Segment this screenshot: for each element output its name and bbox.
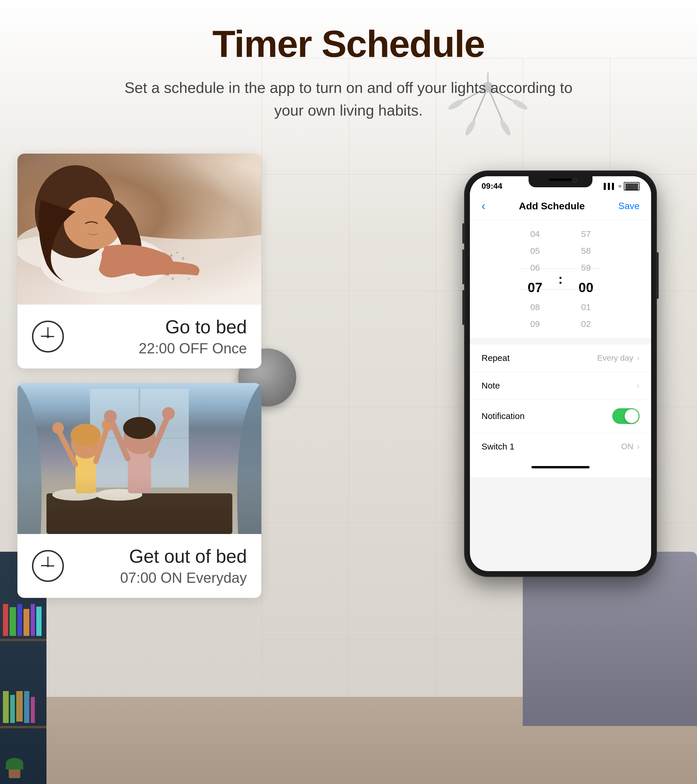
hour-09: 09 — [515, 316, 555, 333]
toggle-knob — [624, 409, 639, 423]
wifi-icon: ≈ — [618, 183, 621, 189]
min-57: 57 — [566, 226, 606, 242]
hour-04: 04 — [515, 226, 555, 242]
svg-point-44 — [104, 410, 117, 423]
right-side: 09:44 ▌▌▌ ≈ ▓▓▓ ‹ Add Schedule Save — [267, 142, 680, 723]
repeat-value-text: Every day — [597, 353, 633, 363]
svg-point-17 — [188, 278, 189, 280]
svg-point-12 — [181, 257, 185, 260]
sleep-photo — [17, 153, 261, 305]
content-area: Go to bed 22:00 OFF Once — [0, 142, 697, 723]
phone-notch — [529, 176, 592, 187]
save-button[interactable]: Save — [618, 201, 639, 211]
switch1-row[interactable]: Switch 1 ON › — [470, 433, 651, 460]
repeat-label: Repeat — [481, 353, 510, 363]
svg-point-36 — [71, 424, 101, 447]
time-picker[interactable]: 04 05 06 07 08 09 : 57 — [470, 220, 651, 339]
repeat-value: Every day › — [597, 353, 639, 363]
nav-title: Add Schedule — [519, 200, 585, 212]
phone-outer: 09:44 ▌▌▌ ≈ ▓▓▓ ‹ Add Schedule Save — [465, 171, 656, 576]
phone-volume-up-button[interactable] — [462, 249, 465, 284]
status-icons: ▌▌▌ ≈ ▓▓▓ — [604, 182, 639, 191]
phone-volume-down-button[interactable] — [462, 290, 465, 325]
svg-point-10 — [170, 254, 173, 257]
svg-point-31 — [96, 489, 142, 501]
sleep-clock-icon — [32, 321, 64, 352]
morning-photo — [17, 383, 261, 534]
min-58: 58 — [566, 242, 606, 259]
svg-point-11 — [176, 252, 178, 254]
notification-value — [612, 408, 639, 424]
woman-sleeping-image — [17, 153, 261, 305]
svg-point-13 — [173, 264, 175, 265]
phone-power-button[interactable] — [656, 252, 659, 299]
svg-point-22 — [102, 245, 131, 265]
phone-screen: 09:44 ▌▌▌ ≈ ▓▓▓ ‹ Add Schedule Save — [470, 176, 651, 571]
svg-point-16 — [171, 278, 174, 280]
svg-point-30 — [52, 489, 99, 501]
status-time: 09:44 — [481, 181, 503, 191]
note-chevron: › — [637, 381, 639, 390]
note-value: › — [637, 381, 639, 390]
hour-05: 05 — [515, 242, 555, 259]
sleep-card-title: Go to bed — [76, 316, 247, 338]
morning-card-detail: 07:00 ON Everyday — [76, 570, 247, 586]
signal-icon: ▌▌▌ — [604, 183, 616, 189]
phone-mute-button[interactable] — [462, 223, 465, 244]
svg-point-14 — [185, 266, 187, 268]
svg-point-45 — [162, 407, 175, 420]
minute-column[interactable]: 57 58 59 00 01 02 — [566, 226, 606, 333]
svg-point-15 — [179, 272, 181, 274]
hour-column[interactable]: 04 05 06 07 08 09 — [515, 226, 555, 333]
switch1-value-text: ON — [621, 442, 633, 451]
repeat-row[interactable]: Repeat Every day › — [470, 344, 651, 372]
morning-card-title: Get out of bed — [76, 545, 247, 567]
svg-point-41 — [123, 417, 156, 439]
sleep-card-text: Go to bed 22:00 OFF Once — [76, 316, 247, 357]
battery-icon: ▓▓▓ — [624, 182, 639, 191]
svg-point-48 — [47, 565, 49, 567]
settings-section: Repeat Every day › Note › — [470, 344, 651, 460]
morning-card-info: Get out of bed 07:00 ON Everyday — [17, 534, 261, 598]
couple-stretching-image — [17, 383, 261, 534]
scatter-decoration — [168, 250, 192, 286]
morning-clock-icon — [32, 550, 64, 582]
notification-toggle[interactable] — [612, 408, 639, 424]
switch1-chevron: › — [637, 442, 639, 451]
time-separator: : — [555, 271, 565, 287]
home-bar — [531, 466, 590, 468]
notification-row[interactable]: Notification — [470, 400, 651, 433]
svg-point-42 — [52, 422, 64, 434]
header: Timer Schedule Set a schedule in the app… — [0, 0, 697, 136]
repeat-chevron: › — [637, 353, 639, 363]
sleep-card: Go to bed 22:00 OFF Once — [17, 153, 261, 369]
min-00-selected: 00 — [566, 276, 606, 299]
switch1-label: Switch 1 — [481, 441, 514, 451]
nav-bar: ‹ Add Schedule Save — [470, 194, 651, 220]
morning-card: Get out of bed 07:00 ON Everyday — [17, 383, 261, 598]
switch1-value: ON › — [621, 442, 639, 451]
phone-container: 09:44 ▌▌▌ ≈ ▓▓▓ ‹ Add Schedule Save — [465, 171, 656, 576]
min-02: 02 — [566, 316, 606, 333]
home-indicator — [470, 460, 651, 477]
svg-rect-29 — [46, 493, 232, 534]
min-59: 59 — [566, 259, 606, 276]
morning-card-text: Get out of bed 07:00 ON Everyday — [76, 545, 247, 586]
sleep-card-detail: 22:00 OFF Once — [76, 340, 247, 357]
svg-rect-32 — [76, 453, 96, 493]
schedule-cards: Go to bed 22:00 OFF Once — [17, 153, 267, 723]
hour-08: 08 — [515, 299, 555, 316]
note-row[interactable]: Note › — [470, 372, 651, 400]
sleep-card-info: Go to bed 22:00 OFF Once — [17, 305, 261, 369]
min-01: 01 — [566, 299, 606, 316]
notification-label: Notification — [481, 411, 524, 421]
back-button[interactable]: ‹ — [481, 199, 485, 212]
page-title: Timer Schedule — [58, 23, 639, 65]
page-subtitle: Set a schedule in the app to turn on and… — [116, 76, 581, 122]
svg-point-25 — [47, 335, 49, 338]
hour-07-selected: 07 — [515, 276, 555, 299]
note-label: Note — [481, 380, 500, 390]
hour-06: 06 — [515, 259, 555, 276]
time-picker-columns: 04 05 06 07 08 09 : 57 — [470, 226, 651, 333]
